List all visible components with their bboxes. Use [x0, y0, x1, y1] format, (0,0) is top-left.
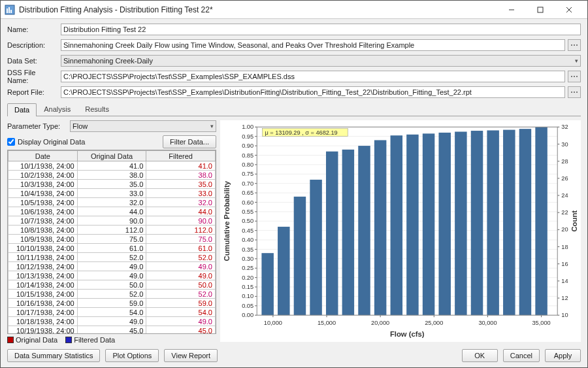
tab-results[interactable]: Results: [78, 103, 116, 116]
name-input[interactable]: Distribution Fitting Test 22: [61, 24, 581, 35]
col-header[interactable]: Date: [8, 151, 78, 161]
table-row[interactable]: 10/11/1938, 24:0052.052.0: [8, 253, 216, 262]
apply-button[interactable]: Apply: [545, 349, 581, 362]
svg-text:0.55: 0.55: [242, 209, 253, 215]
svg-text:10,000: 10,000: [264, 320, 282, 326]
cell-filtered: 59.0: [146, 299, 216, 308]
svg-text:0.65: 0.65: [242, 190, 253, 196]
table-row[interactable]: 10/16/1938, 24:0059.059.0: [8, 299, 216, 308]
param-type-value: Flow: [73, 122, 88, 130]
svg-rect-126: [423, 133, 434, 315]
table-row[interactable]: 10/13/1938, 24:0049.049.0: [8, 271, 216, 280]
window-controls: [497, 1, 583, 19]
table-row[interactable]: 10/2/1938, 24:0038.038.0: [8, 171, 216, 180]
svg-text:0.95: 0.95: [242, 133, 253, 140]
tab-analysis[interactable]: Analysis: [37, 103, 78, 116]
svg-point-14: [571, 92, 572, 93]
svg-rect-129: [471, 131, 483, 315]
filtered-data-legend: Filtered Data: [74, 336, 115, 344]
svg-text:20,000: 20,000: [371, 320, 389, 326]
svg-rect-133: [535, 127, 547, 315]
table-row[interactable]: 10/19/1938, 24:0045.045.0: [8, 326, 216, 334]
table-row[interactable]: 10/17/1938, 24:0054.054.0: [8, 308, 216, 317]
reportfile-input[interactable]: C:\PROJECTS\SSP\Projects\Test\SSP_Exampl…: [61, 86, 565, 98]
svg-rect-123: [374, 140, 386, 315]
cancel-button[interactable]: Cancel: [503, 349, 540, 362]
dataset-label: Data Set:: [7, 57, 58, 65]
titlebar: Distribution Fitting Analysis - Distribu…: [1, 1, 587, 19]
cell-original: 49.0: [77, 317, 146, 326]
cell-filtered: 44.0: [146, 207, 216, 216]
ok-button[interactable]: OK: [462, 349, 498, 362]
view-report-button[interactable]: View Report: [164, 349, 218, 362]
dssfile-browse-button[interactable]: [568, 71, 581, 82]
maximize-button[interactable]: [526, 1, 555, 19]
table-row[interactable]: 10/3/1938, 24:0035.035.0: [8, 180, 216, 189]
cell-original: 45.0: [77, 326, 146, 334]
data-table[interactable]: DateOriginal DataFiltered10/1/1938, 24:0…: [7, 150, 216, 334]
cell-filtered: 50.0: [146, 280, 216, 290]
dataset-select[interactable]: Sinnemahoning Creek-Daily▾: [61, 55, 581, 67]
table-row[interactable]: 10/18/1938, 24:0049.049.0: [8, 317, 216, 326]
app-window: Distribution Fitting Analysis - Distribu…: [0, 0, 588, 368]
cell-date: 10/3/1938, 24:00: [8, 180, 78, 189]
table-row[interactable]: 10/7/1938, 24:0090.090.0: [8, 216, 216, 226]
svg-text:0.90: 0.90: [242, 142, 253, 149]
svg-rect-118: [294, 197, 306, 315]
dssfile-input[interactable]: C:\PROJECTS\SSP\Projects\Test\SSP_Exampl…: [61, 71, 565, 82]
table-row[interactable]: 10/14/1938, 24:0050.050.0: [8, 280, 216, 290]
svg-rect-119: [310, 180, 321, 315]
description-value: Sinnemahoning Creek Daily Flow using Tim…: [63, 41, 414, 49]
app-icon: [5, 5, 15, 15]
cell-date: 10/13/1938, 24:00: [8, 271, 78, 280]
description-more-button[interactable]: [568, 39, 581, 51]
filter-data-button[interactable]: Filter Data...: [163, 135, 216, 148]
cell-date: 10/6/1938, 24:00: [8, 207, 78, 216]
chevron-down-icon: ▾: [210, 123, 214, 129]
svg-text:25,000: 25,000: [425, 320, 443, 326]
cell-filtered: 45.0: [146, 326, 216, 334]
cell-filtered: 33.0: [146, 189, 216, 198]
minimize-button[interactable]: [497, 1, 526, 19]
close-button[interactable]: [555, 1, 583, 19]
description-input[interactable]: Sinnemahoning Creek Daily Flow using Tim…: [61, 39, 565, 51]
table-row[interactable]: 10/15/1938, 24:0052.052.0: [8, 290, 216, 299]
display-original-checkbox[interactable]: Display Original Data: [7, 138, 85, 146]
cell-filtered: 90.0: [146, 216, 216, 226]
cell-original: 50.0: [77, 280, 146, 290]
table-row[interactable]: 10/6/1938, 24:0044.044.0: [8, 207, 216, 216]
name-label: Name:: [7, 25, 58, 33]
svg-text:26: 26: [561, 175, 568, 182]
table-row[interactable]: 10/1/1938, 24:0041.041.0: [8, 161, 216, 171]
table-row[interactable]: 10/5/1938, 24:0032.032.0: [8, 198, 216, 207]
cell-filtered: 112.0: [146, 226, 216, 235]
svg-text:Flow (cfs): Flow (cfs): [390, 330, 425, 338]
table-row[interactable]: 10/10/1938, 24:0061.061.0: [8, 244, 216, 253]
col-header[interactable]: Filtered: [146, 151, 216, 161]
cell-original: 52.0: [77, 290, 146, 299]
col-header[interactable]: Original Data: [77, 151, 146, 161]
cell-filtered: 41.0: [146, 161, 216, 171]
reportfile-browse-button[interactable]: [568, 86, 581, 98]
svg-rect-124: [391, 135, 402, 315]
cell-filtered: 38.0: [146, 171, 216, 180]
display-original-check-input[interactable]: [7, 138, 15, 146]
data-summary-statistics-button[interactable]: Data Summary Statistics: [7, 349, 100, 362]
original-data-swatch: [7, 337, 14, 343]
chart[interactable]: 0.000.050.100.150.200.250.300.350.400.45…: [220, 120, 581, 342]
svg-text:32: 32: [561, 124, 568, 130]
table-row[interactable]: 10/12/1938, 24:0049.049.0: [8, 262, 216, 271]
param-type-select[interactable]: Flow▾: [70, 120, 216, 132]
dssfile-value: C:\PROJECTS\SSP\Projects\Test\SSP_Exampl…: [63, 73, 295, 80]
svg-text:0.20: 0.20: [242, 275, 253, 281]
table-row[interactable]: 10/9/1938, 24:0075.075.0: [8, 235, 216, 244]
cell-original: 54.0: [77, 308, 146, 317]
table-row[interactable]: 10/4/1938, 24:0033.033.0: [8, 189, 216, 198]
svg-text:18: 18: [561, 244, 568, 250]
svg-point-15: [574, 92, 575, 93]
cell-date: 10/4/1938, 24:00: [8, 189, 78, 198]
cell-filtered: 61.0: [146, 244, 216, 253]
table-row[interactable]: 10/8/1938, 24:00112.0112.0: [8, 226, 216, 235]
plot-options-button[interactable]: Plot Options: [105, 349, 159, 362]
tab-data[interactable]: Data: [7, 103, 37, 116]
